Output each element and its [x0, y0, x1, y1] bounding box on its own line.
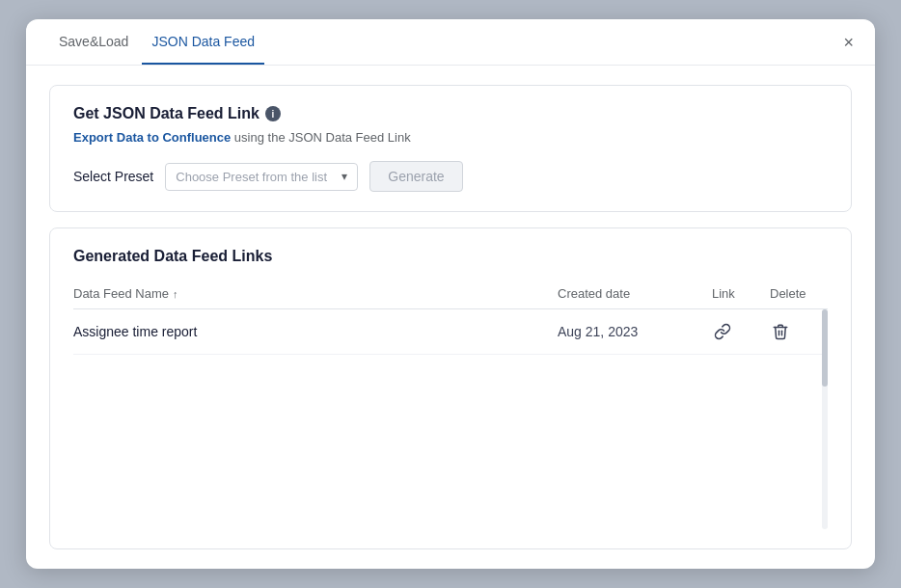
- delete-button[interactable]: [770, 321, 791, 342]
- table-row: Assignee time report Aug 21, 2023: [73, 309, 828, 355]
- export-confluence-link[interactable]: Export Data to Confluence: [73, 130, 231, 145]
- copy-link-button[interactable]: [712, 321, 733, 342]
- col-header-name: Data Feed Name ↑: [73, 286, 558, 301]
- json-feed-title: Get JSON Data Feed Link i: [73, 105, 828, 122]
- preset-row: Select Preset Choose Preset from the lis…: [73, 161, 828, 192]
- json-feed-card: Get JSON Data Feed Link i Export Data to…: [49, 85, 852, 212]
- modal-header: Save&Load JSON Data Feed ×: [26, 19, 875, 66]
- export-description: using the JSON Data Feed Link: [231, 130, 410, 145]
- json-feed-title-text: Get JSON Data Feed Link: [73, 105, 259, 122]
- table-wrapper: Assignee time report Aug 21, 2023: [73, 309, 828, 529]
- col-header-created: Created date: [558, 286, 712, 301]
- preset-dropdown[interactable]: Choose Preset from the list ▾: [165, 163, 358, 191]
- tab-save-load[interactable]: Save&Load: [49, 20, 138, 65]
- close-button[interactable]: ×: [839, 30, 858, 55]
- table-header: Data Feed Name ↑ Created date Link Delet…: [73, 279, 828, 309]
- feed-name: Assignee time report: [73, 324, 558, 339]
- tab-json-data-feed[interactable]: JSON Data Feed: [142, 20, 264, 65]
- col-header-delete: Delete: [770, 286, 828, 301]
- feed-delete-cell: [770, 321, 828, 342]
- generated-feeds-title: Generated Data Feed Links: [73, 248, 828, 265]
- chevron-down-icon: ▾: [341, 170, 347, 183]
- info-icon[interactable]: i: [265, 106, 281, 121]
- generated-feeds-card: Generated Data Feed Links Data Feed Name…: [49, 227, 852, 549]
- sort-icon[interactable]: ↑: [173, 288, 178, 300]
- feed-created-date: Aug 21, 2023: [558, 324, 712, 339]
- scrollbar-thumb[interactable]: [822, 309, 828, 387]
- col-header-link: Link: [712, 286, 770, 301]
- feed-link-cell: [712, 321, 770, 342]
- export-row: Export Data to Confluence using the JSON…: [73, 128, 828, 146]
- scrollbar-track: [822, 309, 828, 529]
- table-body: Assignee time report Aug 21, 2023: [73, 309, 828, 355]
- select-preset-label: Select Preset: [73, 169, 153, 184]
- preset-placeholder: Choose Preset from the list: [176, 170, 336, 184]
- generate-button[interactable]: Generate: [369, 161, 462, 192]
- modal-body: Get JSON Data Feed Link i Export Data to…: [26, 66, 875, 569]
- modal: Save&Load JSON Data Feed × Get JSON Data…: [26, 19, 875, 569]
